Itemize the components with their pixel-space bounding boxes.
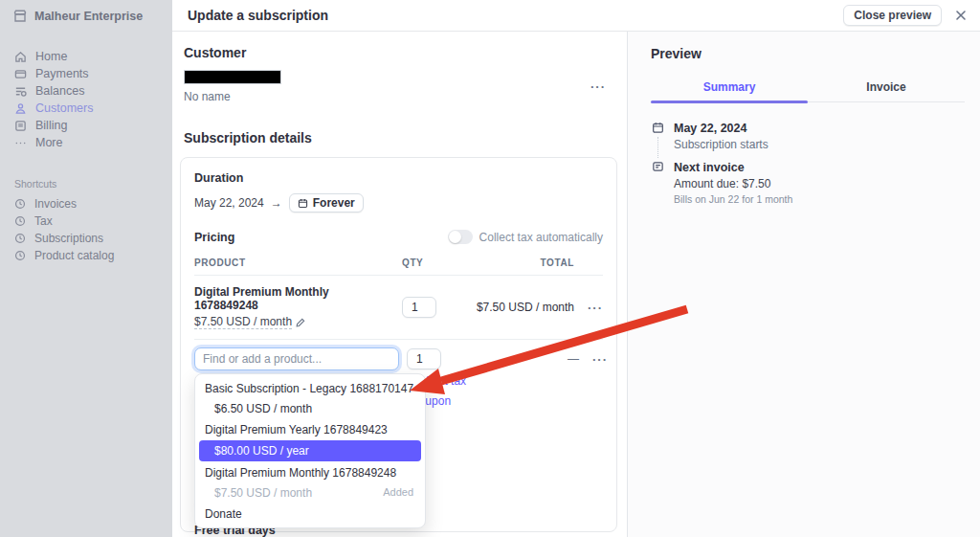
sidebar-item-customers[interactable]: Customers: [0, 100, 172, 117]
preview-panel: Preview Summary Invoice May 22, 2024 Sub…: [627, 32, 980, 537]
arrow-right-glyph: →: [271, 196, 282, 210]
invoice-icon: [652, 161, 664, 173]
sidebar-item-label: More: [35, 136, 62, 149]
bills-on: Bills on Jun 22 for 1 month: [674, 193, 792, 205]
timeline-connector: [657, 137, 658, 158]
timeline-subtitle: Subscription starts: [674, 138, 768, 151]
row-total-placeholder: —: [464, 352, 579, 366]
row-overflow-menu-icon[interactable]: ···: [582, 302, 603, 314]
clock-icon: [14, 250, 26, 261]
timeline-title: May 22, 2024: [674, 122, 768, 135]
dropdown-option-80-year-highlighted[interactable]: $80.00 USD / year: [199, 440, 421, 461]
sidebar-item-label: Billing: [35, 119, 67, 132]
col-total: TOTAL: [459, 257, 574, 268]
find-product-input[interactable]: [194, 347, 399, 370]
timeline-title: Next invoice: [674, 161, 792, 174]
sidebar-item-label: Home: [35, 50, 67, 63]
home-icon: [14, 51, 27, 63]
pencil-icon: [296, 318, 305, 327]
price-edit-link[interactable]: $7.50 USD / month: [194, 315, 305, 329]
customer-identity: No name: [184, 70, 281, 103]
sidebar-item-more[interactable]: More: [0, 134, 172, 151]
clock-icon: [14, 198, 26, 210]
amount-due: Amount due: $7.50: [674, 177, 792, 190]
dropdown-group-label: Donate: [195, 503, 425, 524]
pricing-heading: Pricing: [194, 231, 234, 244]
added-badge: Added: [383, 486, 413, 500]
customer-no-name: No name: [184, 90, 281, 103]
collect-tax-label: Collect tax automatically: [479, 231, 603, 244]
qty-input-row1[interactable]: [402, 297, 436, 318]
sidebar-item-balances[interactable]: Balances: [0, 82, 172, 100]
more-dots-icon: [14, 137, 27, 149]
pricing-row-digital-premium-monthly: Digital Premium Monthly 1678849248 $7.50…: [194, 276, 603, 339]
sidebar-item-payments[interactable]: Payments: [0, 65, 172, 82]
subscription-form: Customer No name ··· Subscription detail…: [172, 32, 627, 537]
sidebar-item-home[interactable]: Home: [0, 48, 172, 65]
clock-icon: [14, 215, 26, 227]
forever-label: Forever: [313, 196, 355, 210]
collect-tax-toggle[interactable]: [448, 230, 473, 244]
sidebar-item-label: Tax: [34, 214, 53, 228]
main-nav: Home Payments Balances Customers Billing…: [0, 48, 172, 151]
pricing-table-header: PRODUCT QTY TOTAL: [194, 257, 603, 268]
update-subscription-panel: Update a subscription Close preview Cust…: [172, 0, 980, 537]
calendar-icon: [298, 198, 308, 209]
forever-button[interactable]: Forever: [289, 193, 364, 213]
row-total: $7.50 USD / month: [459, 301, 574, 314]
col-product: PRODUCT: [194, 257, 394, 268]
dropdown-group-label: Digital Premium Monthly 1678849248: [195, 462, 425, 482]
clock-icon: [14, 233, 26, 244]
row-overflow-menu-icon[interactable]: ···: [587, 353, 608, 366]
calendar-icon: [652, 122, 664, 134]
sidebar-item-billing[interactable]: Billing: [0, 117, 172, 134]
duration-heading: Duration: [194, 171, 603, 185]
add-product-row: Add default tax Add coupon Basic Subscri…: [194, 340, 603, 370]
sidebar-item-product-catalog[interactable]: Product catalog: [0, 247, 172, 264]
col-qty: QTY: [402, 257, 452, 268]
dropdown-group-label: Basic Subscription - Legacy 1688170147: [195, 378, 425, 398]
invoice-doc-icon: [14, 120, 27, 132]
sidebar-item-label: Invoices: [34, 197, 77, 211]
storefront-icon: [13, 10, 27, 23]
dropdown-option-650-month[interactable]: $6.50 USD / month: [195, 398, 425, 419]
sidebar-item-label: Payments: [35, 67, 89, 80]
subscription-details-card: Duration May 22, 2024 → Forever Pricing …: [180, 157, 617, 532]
close-icon[interactable]: [955, 10, 967, 21]
sidebar-item-subscriptions[interactable]: Subscriptions: [0, 230, 172, 247]
shortcuts-label: Shortcuts: [14, 178, 172, 190]
product-dropdown: Basic Subscription - Legacy 1688170147 $…: [194, 373, 426, 528]
dropdown-group-label: Digital Premium Yearly 1678849423: [195, 419, 425, 439]
account-switcher[interactable]: Malheur Enterprise: [0, 0, 172, 23]
customer-heading: Customer: [184, 45, 606, 60]
brand-label: Malheur Enterprise: [34, 10, 143, 23]
qty-input-row2[interactable]: [407, 348, 441, 369]
subscription-details-heading: Subscription details: [184, 130, 606, 145]
preview-timeline: May 22, 2024 Subscription starts Next in…: [651, 122, 965, 205]
customer-overflow-menu-icon[interactable]: ···: [590, 80, 606, 93]
balances-icon: [14, 85, 27, 98]
sidebar-item-label: Product catalog: [34, 249, 114, 262]
product-name: Digital Premium Monthly 1678849248: [194, 285, 394, 312]
dropdown-option-750-month-added: $7.50 USD / month Added: [195, 482, 425, 503]
credit-card-icon: [14, 68, 27, 80]
sidebar: Malheur Enterprise Home Payments Balance…: [0, 0, 172, 537]
preview-tabs: Summary Invoice: [651, 80, 965, 102]
sidebar-item-label: Balances: [35, 84, 84, 98]
person-icon: [14, 102, 27, 115]
sidebar-item-label: Customers: [35, 101, 93, 115]
panel-header: Update a subscription Close preview: [172, 0, 980, 32]
sidebar-item-tax[interactable]: Tax: [0, 213, 172, 230]
close-preview-button[interactable]: Close preview: [843, 5, 942, 26]
timeline-item-start: May 22, 2024 Subscription starts: [651, 122, 965, 161]
timeline-item-next-invoice: Next invoice Amount due: $7.50 Bills on …: [651, 161, 965, 205]
tab-summary[interactable]: Summary: [651, 80, 808, 101]
preview-heading: Preview: [651, 46, 965, 61]
tab-invoice[interactable]: Invoice: [808, 80, 965, 101]
sidebar-item-label: Subscriptions: [34, 232, 103, 245]
price-link-label: $7.50 USD / month: [194, 315, 292, 329]
start-date[interactable]: May 22, 2024: [194, 196, 264, 210]
page-title: Update a subscription: [188, 8, 843, 23]
sidebar-item-invoices[interactable]: Invoices: [0, 195, 172, 213]
redacted-customer-email[interactable]: [184, 70, 281, 84]
